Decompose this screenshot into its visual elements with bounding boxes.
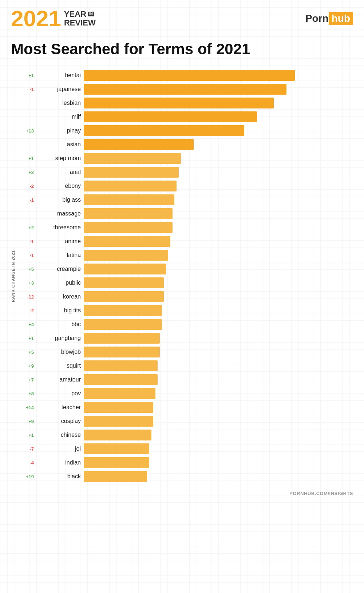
bar-row: [84, 276, 353, 290]
bar-row: [84, 179, 353, 193]
bar-row: [84, 234, 353, 248]
term-label: pov: [37, 387, 81, 400]
year-in-badge: IN: [88, 12, 94, 16]
bar: [84, 291, 164, 302]
rank-change-item: 0: [17, 138, 35, 151]
bar-row: [84, 359, 353, 373]
term-label: lesbian: [37, 96, 81, 110]
term-label: japanese: [37, 82, 81, 96]
term-label: step mom: [37, 151, 81, 165]
bar-row: [84, 470, 353, 483]
term-label: big tits: [37, 304, 81, 317]
term-label: latina: [37, 248, 81, 262]
term-label: creampie: [37, 262, 81, 276]
bar: [84, 208, 173, 219]
chart-title: Most Searched for Terms of 2021: [11, 41, 353, 58]
bar-row: [84, 373, 353, 387]
bar: [84, 333, 160, 344]
bar-row: [84, 221, 353, 234]
bar-row: [84, 414, 353, 428]
bar-row: [84, 400, 353, 414]
year-label: YEAR IN: [64, 10, 96, 19]
term-label: anime: [37, 234, 81, 248]
rank-change-item: +3: [17, 276, 35, 290]
term-label: amateur: [37, 373, 81, 387]
rank-change-item: -7: [17, 442, 35, 456]
bar: [84, 98, 274, 108]
bar-row: [84, 331, 353, 345]
bar: [84, 457, 149, 468]
chart-container: RANK CHANGE IN 2021 +1-100+130+1+2-2-10+…: [11, 68, 353, 483]
bar: [84, 70, 295, 81]
bar: [84, 222, 173, 233]
bar: [84, 347, 160, 357]
term-label: bbc: [37, 317, 81, 331]
rank-change-item: 0: [17, 96, 35, 110]
rank-change-item: +13: [17, 124, 35, 138]
bar: [84, 305, 162, 316]
rank-change-item: +1: [17, 428, 35, 442]
year-number: 2021: [11, 7, 61, 30]
year-review-logo: 2021 YEAR IN REVIEW: [11, 7, 96, 30]
term-label: massage: [37, 207, 81, 221]
bar-row: [84, 290, 353, 304]
bar-row: [84, 442, 353, 456]
rank-change-item: +1: [17, 68, 35, 82]
term-label: gangbang: [37, 331, 81, 345]
bar-row: [84, 428, 353, 442]
term-label: milf: [37, 110, 81, 124]
rank-change-item: +5: [17, 262, 35, 276]
term-label: public: [37, 276, 81, 290]
bar-row: [84, 82, 353, 96]
bar: [84, 194, 174, 205]
bar-row: [84, 68, 353, 82]
rank-change-item: -4: [17, 456, 35, 470]
bar-row: [84, 304, 353, 317]
pornhub-logo: Pornhub: [305, 12, 353, 25]
bar: [84, 430, 151, 440]
rank-change-item: -1: [17, 193, 35, 207]
bar: [84, 374, 158, 385]
labels-column: hentaijapaneselesbianmilfpinayasianstep …: [37, 68, 81, 483]
rank-change-item: +2: [17, 221, 35, 234]
rank-change-item: -1: [17, 234, 35, 248]
logo-hub: hub: [329, 12, 353, 25]
term-label: hentai: [37, 68, 81, 82]
rank-change-item: -1: [17, 248, 35, 262]
bar: [84, 181, 177, 191]
bar: [84, 360, 158, 371]
term-label: big ass: [37, 193, 81, 207]
bar-row: [84, 248, 353, 262]
rank-change-item: +1: [17, 151, 35, 165]
term-label: cosplay: [37, 414, 81, 428]
bar-row: [84, 262, 353, 276]
rank-change-item: +7: [17, 373, 35, 387]
rank-change-item: +4: [17, 317, 35, 331]
bar: [84, 125, 244, 136]
bar: [84, 277, 164, 288]
logo-porn: Porn: [305, 13, 329, 24]
rank-change-item: -2: [17, 304, 35, 317]
rank-change-item: +19: [17, 470, 35, 483]
rank-change-item: +9: [17, 359, 35, 373]
page-header: 2021 YEAR IN REVIEW Pornhub: [11, 7, 353, 30]
term-label: pinay: [37, 124, 81, 138]
footer-url: PORNHUB.COM/INSIGHTS: [11, 491, 353, 496]
bar: [84, 153, 181, 164]
rank-change-item: -12: [17, 290, 35, 304]
bar-row: [84, 110, 353, 124]
rank-change-item: +5: [17, 345, 35, 359]
bar-row: [84, 456, 353, 470]
bar-row: [84, 387, 353, 400]
term-label: black: [37, 470, 81, 483]
term-label: teacher: [37, 400, 81, 414]
rank-change-item: +8: [17, 387, 35, 400]
bar-row: [84, 138, 353, 151]
rank-change-item: +1: [17, 331, 35, 345]
term-label: joi: [37, 442, 81, 456]
rank-change-item: +9: [17, 414, 35, 428]
bar: [84, 416, 153, 427]
review-label: REVIEW: [64, 19, 96, 27]
rank-change-item: +2: [17, 165, 35, 179]
bar: [84, 471, 147, 482]
